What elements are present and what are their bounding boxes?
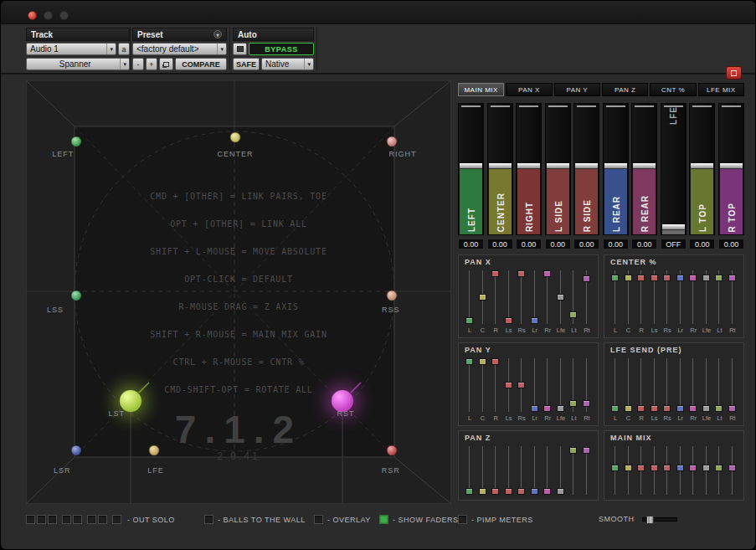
slider-handle[interactable] bbox=[702, 275, 710, 281]
slider-pan-x-rt[interactable] bbox=[583, 270, 591, 325]
fader-handle[interactable] bbox=[691, 163, 713, 169]
slider-center-rt[interactable] bbox=[728, 270, 737, 325]
preset-increment-button[interactable]: + bbox=[146, 58, 157, 70]
slider-main-mix-rr[interactable] bbox=[689, 445, 697, 496]
gain-value-r-top[interactable]: 0.00 bbox=[718, 239, 744, 249]
slider-pan-y-c[interactable] bbox=[479, 357, 487, 413]
fader-handle[interactable] bbox=[633, 163, 656, 169]
slider-handle[interactable] bbox=[543, 405, 551, 412]
slider-handle[interactable] bbox=[637, 465, 645, 471]
fader-center[interactable]: CENTER bbox=[487, 103, 513, 235]
slider-handle[interactable] bbox=[676, 405, 684, 412]
fader-handle[interactable] bbox=[547, 163, 569, 169]
out-solo-checkbox[interactable] bbox=[87, 515, 96, 524]
toggle-show-faders[interactable]: - SHOW FADERS bbox=[379, 515, 459, 524]
slider-lfe-send-pre-c[interactable] bbox=[625, 357, 633, 413]
slider-handle[interactable] bbox=[491, 358, 499, 365]
slider-pan-y-lfe[interactable] bbox=[557, 357, 565, 413]
slider-handle[interactable] bbox=[728, 405, 736, 412]
fader-handle[interactable] bbox=[517, 163, 540, 169]
slider-handle[interactable] bbox=[663, 405, 671, 412]
toggle-pimp-meters[interactable]: - PIMP METERS bbox=[458, 515, 533, 524]
slider-lfe-send-pre-lfe[interactable] bbox=[702, 357, 711, 413]
checkbox[interactable] bbox=[204, 515, 213, 524]
fader-handle[interactable] bbox=[662, 224, 685, 230]
slider-main-mix-r[interactable] bbox=[637, 445, 645, 496]
slider-handle[interactable] bbox=[569, 447, 577, 454]
slider-handle[interactable] bbox=[689, 405, 697, 412]
slider-handle[interactable] bbox=[531, 405, 538, 412]
processing-selector[interactable]: Native ▾ bbox=[261, 58, 314, 70]
fader-l-rear[interactable]: L REAR bbox=[603, 103, 629, 235]
fader-handle[interactable] bbox=[575, 163, 598, 169]
fader-r-side[interactable]: R SIDE bbox=[573, 103, 599, 235]
slider-pan-z-rr[interactable] bbox=[543, 445, 552, 496]
speaker-ball-rss[interactable] bbox=[386, 290, 397, 301]
slider-handle[interactable] bbox=[611, 405, 619, 412]
smooth-handle[interactable] bbox=[646, 516, 654, 524]
close-button[interactable] bbox=[28, 11, 37, 20]
smooth-slider[interactable] bbox=[642, 517, 677, 522]
slider-handle[interactable] bbox=[728, 465, 736, 471]
slider-main-mix-lr[interactable] bbox=[676, 445, 685, 496]
slider-lfe-send-pre-lr[interactable] bbox=[676, 357, 685, 413]
gain-value-l-side[interactable]: 0.00 bbox=[545, 239, 571, 249]
slider-lfe-send-pre-rs[interactable] bbox=[663, 357, 671, 413]
slider-pan-x-rs[interactable] bbox=[517, 270, 526, 325]
gain-value-left[interactable]: 0.00 bbox=[458, 239, 484, 249]
slider-handle[interactable] bbox=[517, 270, 525, 277]
zoom-button[interactable] bbox=[59, 11, 69, 20]
slider-handle[interactable] bbox=[465, 488, 473, 495]
tab-pan-x[interactable]: PAN X bbox=[506, 83, 552, 96]
slider-handle[interactable] bbox=[517, 488, 525, 495]
gain-value-l-top[interactable]: 0.00 bbox=[689, 239, 715, 249]
checkbox[interactable] bbox=[379, 515, 388, 524]
slider-center-r[interactable] bbox=[637, 270, 645, 325]
compare-button[interactable]: COMPARE bbox=[175, 58, 227, 70]
slider-handle[interactable] bbox=[557, 405, 564, 412]
speaker-ball-lsr[interactable] bbox=[70, 445, 81, 456]
preset-decrement-button[interactable]: - bbox=[132, 58, 144, 70]
slider-pan-x-lfe[interactable] bbox=[557, 270, 565, 325]
slider-main-mix-rs[interactable] bbox=[663, 445, 671, 496]
fader-left[interactable]: LEFT bbox=[458, 103, 484, 235]
slider-handle[interactable] bbox=[651, 405, 658, 412]
slider-handle[interactable] bbox=[702, 465, 710, 471]
gain-value-center[interactable]: 0.00 bbox=[487, 239, 513, 249]
slider-handle[interactable] bbox=[479, 488, 486, 495]
slider-handle[interactable] bbox=[583, 400, 590, 407]
track-selector[interactable]: Audio 1 ▾ bbox=[26, 43, 116, 55]
slider-pan-y-r[interactable] bbox=[491, 357, 500, 413]
slider-handle[interactable] bbox=[583, 275, 590, 282]
slider-pan-x-lr[interactable] bbox=[531, 270, 539, 325]
copy-settings-button[interactable] bbox=[159, 58, 173, 70]
slider-handle[interactable] bbox=[479, 294, 486, 301]
slider-pan-y-lt[interactable] bbox=[569, 357, 578, 413]
preset-nav-icon[interactable]: ▾ bbox=[213, 30, 222, 39]
fader-r-top[interactable]: R TOP bbox=[718, 103, 744, 235]
gain-value-r-side[interactable]: 0.00 bbox=[573, 239, 599, 249]
slider-handle[interactable] bbox=[491, 488, 499, 495]
speaker-ball-right[interactable] bbox=[386, 136, 397, 146]
plugin-selector[interactable]: Spanner ▾ bbox=[26, 58, 130, 70]
fader-l-top[interactable]: L TOP bbox=[689, 103, 715, 235]
slider-main-mix-ls[interactable] bbox=[651, 445, 659, 496]
slider-handle[interactable] bbox=[479, 358, 486, 365]
slider-handle[interactable] bbox=[663, 465, 671, 471]
slider-handle[interactable] bbox=[625, 465, 632, 471]
slider-pan-z-ls[interactable] bbox=[505, 445, 513, 496]
slider-handle[interactable] bbox=[651, 275, 658, 281]
speaker-ball-lfe[interactable] bbox=[148, 445, 159, 456]
target-button[interactable] bbox=[726, 66, 742, 80]
out-solo-checkbox[interactable] bbox=[112, 515, 121, 524]
fader-l-side[interactable]: L SIDE bbox=[545, 103, 571, 235]
fader-handle[interactable] bbox=[604, 163, 627, 169]
slider-handle[interactable] bbox=[491, 270, 499, 277]
slider-pan-x-r[interactable] bbox=[491, 270, 500, 325]
slider-center-lfe[interactable] bbox=[702, 270, 711, 325]
slider-pan-z-c[interactable] bbox=[479, 445, 487, 496]
slider-handle[interactable] bbox=[689, 465, 697, 471]
slider-handle[interactable] bbox=[505, 317, 512, 324]
slider-pan-z-lt[interactable] bbox=[569, 445, 578, 496]
librarian-menu-button[interactable] bbox=[233, 43, 247, 55]
